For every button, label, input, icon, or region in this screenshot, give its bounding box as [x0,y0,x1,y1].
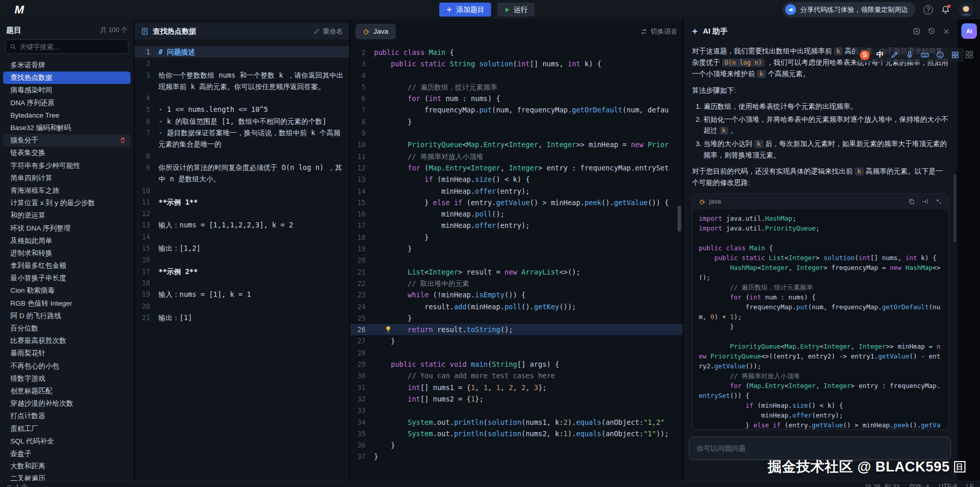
description-line[interactable]: 17**示例 2** [135,266,349,277]
description-line[interactable]: 4 [135,92,349,104]
ai-scrollbar[interactable] [954,175,956,242]
ime-logo-icon[interactable]: S [860,50,870,60]
description-line[interactable]: 15输出：[1,2] [135,242,349,254]
code-line[interactable]: 15 } else if (entry.getValue() > minHeap… [350,197,683,208]
sidebar-item[interactable]: 打点计数器 [3,410,131,422]
code-line[interactable]: 30 // You can add more test cases here [350,370,683,381]
code-line[interactable]: 26 return result.toString(); [350,324,683,335]
eol-setting[interactable]: LF [966,483,974,487]
sidebar-item[interactable]: 病毒感染时间 [3,84,131,96]
description-line[interactable]: 5- 1 <= nums.length <= 10^5 [135,104,349,115]
description-line[interactable]: 20 [135,300,349,312]
ime-toolbox-icon[interactable] [951,51,959,59]
sidebar-item[interactable]: 字符串有多少种可能性 [3,160,131,172]
code-line[interactable]: 5 // 遍历数组，统计元素频率 [350,81,683,93]
add-problem-button[interactable]: 添加题目 [439,3,491,17]
description-line[interactable]: 19输入：nums = [1], k = 1 [135,289,349,300]
description-line[interactable]: 10 [135,185,349,196]
code-line[interactable]: 33 [350,405,683,416]
ime-mode-toggle[interactable]: 中 [876,50,884,60]
copy-icon[interactable] [908,198,915,205]
sidebar-item[interactable]: 计算位置 x 到 y 的最少步数 [3,197,131,209]
sidebar-item[interactable]: SQL 代码补全 [3,435,131,448]
close-icon[interactable] [943,28,950,35]
description-line[interactable]: 13输入：nums = [1,1,1,2,2,3], k = 2 [135,219,349,231]
description-line[interactable]: 3给你一个整数数组 nums 和一个整数 k ，请你返回其中出现频率前 k 高的… [135,69,349,93]
sidebar-item[interactable]: 多米诺骨牌 [3,59,131,71]
code-line[interactable]: 32 int[] nums2 = {1}; [350,393,683,405]
code-line[interactable]: 13 if (minHeap.size() < k) { [350,174,683,185]
code-line[interactable]: 21 List<Integer> result = new ArrayList<… [350,266,683,278]
description-line[interactable]: 14 [135,231,349,242]
code-line[interactable]: 20 [350,254,683,266]
description-line[interactable]: 18 [135,277,349,289]
sidebar-item[interactable]: 及格如此简单 [3,235,131,247]
ime-pen-icon[interactable] [890,51,899,59]
chat-input-box[interactable] [689,437,951,460]
run-button[interactable]: 运行 [497,3,535,17]
sidebar-item[interactable]: Cion 勒索病毒 [3,284,131,297]
sidebar-item[interactable]: 蛋糕工厂 [3,422,131,435]
notifications-icon[interactable] [941,5,950,14]
description-line[interactable]: 21输出：[1] [135,312,349,323]
new-chat-icon[interactable] [913,27,920,35]
code-line[interactable]: 14 minHeap.offer(entry); [350,185,683,197]
app-logo[interactable]: M [15,3,23,17]
description-line[interactable]: 16 [135,254,349,265]
rename-button[interactable]: 重命名 [313,27,343,36]
sidebar-item[interactable]: 和的逆运算 [3,209,131,222]
sidebar-item[interactable]: 大数和距离 [3,460,131,472]
sidebar-item[interactable]: 比赛最高获胜次数 [3,335,131,347]
description-line[interactable]: 1# 问题描述 [135,46,349,58]
code-line[interactable]: 25 } [350,312,683,324]
code-line[interactable]: 16 minHeap.poll(); [350,208,683,220]
sidebar-item[interactable]: 暴雨梨花针 [3,347,131,360]
code-line[interactable]: 37} [350,451,683,462]
code-line[interactable]: 3 public static String solution(int[] nu… [350,58,683,69]
code-line[interactable]: 28 [350,347,683,359]
sidebar-item[interactable]: 创意标题匹配 [3,385,131,397]
editor-scrollbar[interactable] [678,206,681,232]
search-box[interactable] [5,39,128,54]
sidebar-item[interactable]: 简单四则计算 [3,172,131,184]
code-line[interactable]: 31 int[] nums1 = {1, 1, 1, 2, 2, 3}; [350,382,683,393]
code-line[interactable]: 23 while (!minHeap.isEmpty()) { [350,289,683,300]
sidebar-item[interactable]: 环状 DNA 序列整理 [3,222,131,234]
quickfix-bulb-icon[interactable] [384,325,392,333]
code-line[interactable]: 2public class Main { [350,47,683,58]
sidebar-item[interactable]: 阿 D 的飞行路线 [3,310,131,322]
encoding[interactable]: UTF-8 [939,483,957,487]
code-line[interactable]: 18 } [350,232,683,243]
chat-input[interactable] [697,445,943,452]
description-line[interactable]: 6- k 的取值范围是 [1, 数组中不相同的元素的个数] [135,116,349,127]
ime-keyboard-icon[interactable] [920,51,929,60]
toolkit-icon[interactable] [965,50,974,59]
sidebar-item[interactable]: 百分位数 [3,322,131,335]
sidebar-item[interactable]: 猫鱼分干 [3,134,131,147]
ime-emoji-icon[interactable] [936,51,944,59]
search-input[interactable] [20,43,124,51]
code-line[interactable]: 36 } [350,439,683,451]
code-line[interactable]: 10 PriorityQueue<Map.Entry<Integer, Inte… [350,139,683,150]
code-editor[interactable]: 2public class Main {3 public static Stri… [350,47,683,463]
code-line[interactable]: 29 public static void main(String[] args… [350,359,683,370]
promo-banner[interactable]: 分享代码练习体验，领限量定制周边 [783,2,915,17]
code-line[interactable]: 12 for (Map.Entry<Integer, Integer> entr… [350,162,683,174]
insert-code-icon[interactable] [921,198,929,205]
history-icon[interactable] [928,27,935,35]
ime-mic-icon[interactable] [905,51,914,59]
sidebar-item[interactable]: 拿到最多红包金额 [3,260,131,272]
switch-language-button[interactable]: 切换语言 [640,27,678,36]
description-line[interactable]: 2 [135,58,349,69]
sidebar-item[interactable]: Base32 编码和解码 [3,122,131,134]
sidebar-item[interactable]: DNA 序列还原 [3,97,131,109]
apply-magic-icon[interactable] [935,198,942,205]
sidebar-item[interactable]: 查找热点数据 [3,71,131,84]
code-line[interactable]: 11 // 将频率对放入小顶堆 [350,151,683,162]
code-line[interactable]: 8 } [350,116,683,127]
code-line[interactable]: 27 } [350,335,683,347]
description-line[interactable]: 12 [135,208,349,219]
code-line[interactable]: 9 [350,127,683,139]
sidebar-item[interactable]: 不再包心的小包 [3,360,131,373]
cursor-position[interactable]: 行 26, 列 33 [865,483,900,487]
